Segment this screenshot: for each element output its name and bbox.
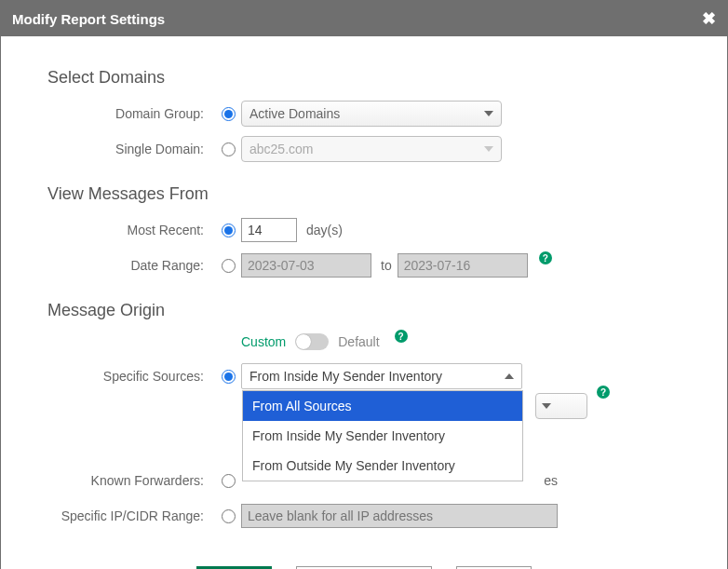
sources-option-inside[interactable]: From Inside My Sender Inventory: [243, 421, 522, 451]
row-most-recent: Most Recent: day(s): [47, 217, 681, 243]
known-forwarders-label: Known Forwarders:: [47, 473, 215, 488]
modal-title: Modify Report Settings: [12, 11, 165, 27]
row-ip-range: Specific IP/CIDR Range:: [47, 503, 681, 529]
toggle-knob: [296, 334, 311, 349]
most-recent-label: Most Recent:: [47, 223, 215, 237]
domain-group-value: Active Domains: [249, 106, 340, 121]
domain-group-radio[interactable]: [222, 107, 236, 121]
hidden-select-peek[interactable]: [535, 393, 587, 419]
specific-sources-radio[interactable]: [222, 370, 236, 384]
single-domain-select[interactable]: abc25.com: [241, 136, 502, 162]
modal-body: Select Domains Domain Group: Active Doma…: [1, 36, 727, 569]
known-forwarders-peek: es: [544, 473, 558, 488]
chevron-down-icon: [542, 403, 551, 409]
modal: Modify Report Settings ✖ Select Domains …: [0, 0, 728, 569]
sources-dropdown: From All Sources From Inside My Sender I…: [242, 390, 523, 481]
date-to-input[interactable]: [398, 253, 528, 278]
titlebar: Modify Report Settings ✖: [1, 1, 727, 36]
origin-toggle[interactable]: [295, 333, 329, 350]
origin-toggle-row: Custom Default ?: [241, 333, 681, 350]
date-range-radio[interactable]: [222, 259, 236, 273]
ip-range-input[interactable]: [241, 504, 558, 528]
days-suffix: day(s): [306, 223, 343, 237]
date-range-label: Date Range:: [47, 258, 215, 273]
single-domain-label: Single Domain:: [47, 142, 215, 156]
date-from-input[interactable]: [241, 253, 371, 278]
help-icon[interactable]: ?: [395, 330, 408, 343]
domain-group-label: Domain Group:: [47, 106, 215, 121]
known-forwarders-radio[interactable]: [222, 474, 236, 488]
most-recent-radio[interactable]: [222, 224, 236, 237]
row-specific-sources: Specific Sources: From Inside My Sender …: [47, 363, 681, 389]
help-icon[interactable]: ?: [539, 251, 552, 264]
section-domains-heading: Select Domains: [47, 68, 681, 88]
sources-option-all[interactable]: From All Sources: [243, 391, 522, 421]
chevron-down-icon: [484, 146, 493, 152]
specific-sources-select[interactable]: From Inside My Sender Inventory From All…: [241, 363, 522, 389]
specific-sources-value: From Inside My Sender Inventory: [249, 369, 442, 384]
row-single-domain: Single Domain: abc25.com: [47, 136, 681, 162]
date-to-label: to: [381, 258, 392, 273]
chevron-up-icon: [505, 373, 514, 379]
single-domain-radio[interactable]: [222, 142, 236, 156]
row-domain-group: Domain Group: Active Domains: [47, 101, 681, 127]
domain-group-select[interactable]: Active Domains: [241, 101, 502, 127]
section-view-heading: View Messages From: [47, 184, 681, 204]
help-icon[interactable]: ?: [597, 386, 610, 399]
toggle-default-label: Default: [338, 334, 379, 349]
chevron-down-icon: [484, 111, 493, 116]
sources-option-outside[interactable]: From Outside My Sender Inventory: [243, 451, 522, 481]
ip-range-label: Specific IP/CIDR Range:: [47, 508, 215, 523]
ip-range-radio[interactable]: [222, 509, 236, 523]
section-origin-heading: Message Origin: [47, 301, 681, 320]
close-icon[interactable]: ✖: [702, 8, 716, 29]
most-recent-input[interactable]: [241, 218, 297, 242]
row-date-range: Date Range: to ?: [47, 252, 681, 278]
toggle-custom-label: Custom: [241, 334, 286, 349]
single-domain-value: abc25.com: [249, 142, 313, 156]
specific-sources-label: Specific Sources:: [47, 369, 215, 384]
